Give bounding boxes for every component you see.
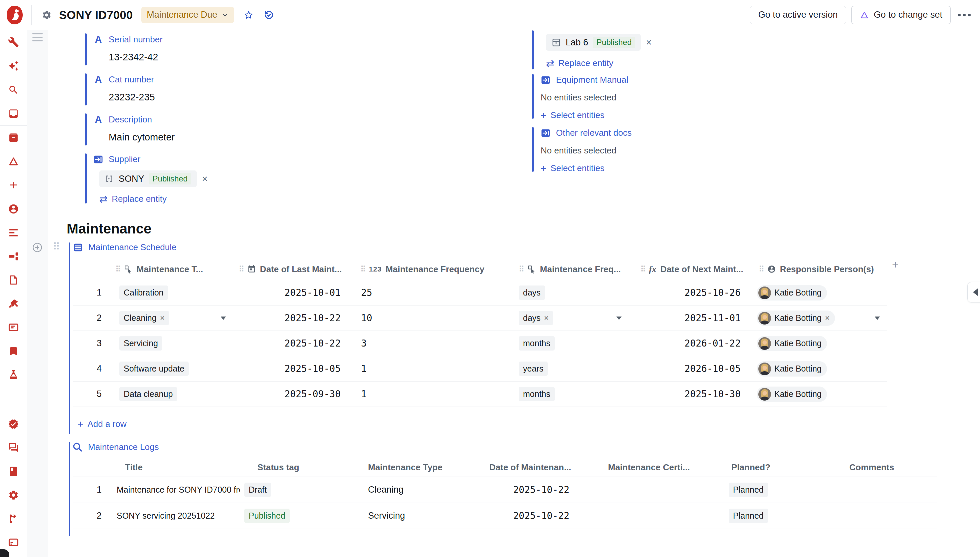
- unit-cell[interactable]: days: [513, 280, 635, 305]
- sidebar-item-bookmarks[interactable]: [0, 339, 27, 363]
- log-comments-cell[interactable]: [840, 503, 937, 529]
- log-planned-cell[interactable]: Planned: [717, 477, 840, 503]
- supplier-entity-chip[interactable]: SONY Published: [99, 171, 197, 187]
- sidebar-item-search[interactable]: [0, 78, 27, 102]
- sidebar-item-documents[interactable]: [0, 268, 27, 292]
- person-cell[interactable]: Katie Botting: [753, 331, 887, 356]
- log-date-cell[interactable]: 2025-10-22: [484, 503, 577, 529]
- log-certificate-cell[interactable]: [577, 477, 717, 503]
- log-certificate-cell[interactable]: [577, 503, 717, 529]
- person-cell[interactable]: Katie Botting: [753, 381, 887, 407]
- unit-chip[interactable]: years: [519, 362, 548, 376]
- drag-handle-icon[interactable]: ⠿: [115, 265, 120, 274]
- remove-tag-icon[interactable]: ×: [160, 313, 165, 323]
- person-cell[interactable]: Katie Botting: [753, 280, 887, 305]
- row-number[interactable]: 5: [73, 381, 110, 407]
- frequency-cell[interactable]: 3: [355, 331, 513, 356]
- log-planned-cell[interactable]: Planned: [717, 503, 840, 529]
- unit-cell[interactable]: years: [513, 356, 635, 381]
- last-date-cell[interactable]: 2025-09-30: [233, 381, 355, 407]
- next-date-cell[interactable]: 2025-10-26: [635, 280, 753, 305]
- unit-cell[interactable]: days×: [513, 306, 635, 331]
- person-pill[interactable]: Katie Botting: [757, 336, 827, 351]
- person-pill[interactable]: Katie Botting: [757, 285, 827, 301]
- last-date-cell[interactable]: 2025-10-22: [233, 306, 355, 331]
- sidebar-item-notebook[interactable]: [0, 459, 27, 483]
- col-header-responsible[interactable]: ⠿ Responsible Person(s): [753, 264, 887, 275]
- sidebar-item-messages[interactable]: [0, 436, 27, 459]
- type-chip[interactable]: Servicing: [119, 336, 162, 350]
- type-cell[interactable]: Software update: [110, 356, 233, 381]
- drag-handle-icon[interactable]: ⠿: [360, 265, 365, 274]
- col-header-date-last[interactable]: ⠿ Date of Last Maint...: [233, 264, 355, 275]
- col-header-maintenance-type[interactable]: ⠿ Maintenance T...: [110, 264, 233, 275]
- row-number[interactable]: 1: [73, 280, 110, 305]
- unit-cell[interactable]: months: [513, 381, 635, 407]
- type-cell[interactable]: Calibration: [110, 280, 233, 305]
- dropdown-caret-icon[interactable]: [617, 316, 621, 320]
- log-type-cell[interactable]: Servicing: [363, 503, 484, 529]
- col-header-title[interactable]: Title: [110, 462, 240, 472]
- remove-entity-icon[interactable]: ×: [646, 38, 652, 47]
- person-pill[interactable]: Katie Botting: [757, 386, 827, 402]
- gear-icon[interactable]: [42, 10, 52, 20]
- unit-chip[interactable]: months: [519, 336, 555, 350]
- col-header-date-next[interactable]: ⠿ fx Date of Next Maint...: [635, 264, 753, 275]
- next-date-cell[interactable]: 2026-01-22: [635, 331, 753, 356]
- add-row-circle-icon[interactable]: [32, 242, 43, 253]
- drag-handle-icon[interactable]: ⠿: [759, 265, 763, 274]
- sidebar-item-inbox[interactable]: [0, 102, 27, 125]
- sidebar-item-changes[interactable]: [0, 150, 27, 173]
- log-title-cell[interactable]: Maintenance for SONY ID7000 from: [110, 477, 240, 503]
- remove-person-icon[interactable]: ×: [825, 313, 830, 323]
- drag-handle-icon[interactable]: ⠿: [519, 265, 523, 274]
- collapse-menu-icon[interactable]: [32, 33, 43, 41]
- field-value[interactable]: 13-2342-42: [109, 52, 163, 63]
- add-column-icon[interactable]: +: [892, 259, 899, 269]
- sidebar-item-forms[interactable]: [0, 316, 27, 339]
- sidebar-item-ai[interactable]: [0, 54, 27, 78]
- select-entities-link[interactable]: + Select entities: [541, 110, 604, 121]
- logs-table-title[interactable]: Maintenance Logs: [72, 441, 159, 452]
- sidebar-item-tools[interactable]: [0, 30, 27, 54]
- drag-handle-icon[interactable]: ⠿: [640, 265, 645, 274]
- benchling-logo[interactable]: [5, 5, 24, 25]
- row-number[interactable]: 3: [73, 331, 110, 356]
- log-title-cell[interactable]: SONY servicing 20251022: [110, 503, 240, 529]
- next-date-cell[interactable]: 2025-10-30: [635, 381, 753, 407]
- next-date-cell[interactable]: 2025-11-01: [635, 306, 753, 331]
- col-header-comments[interactable]: Comments: [840, 462, 937, 472]
- replace-entity-link[interactable]: ⇄ Replace entity: [546, 58, 613, 68]
- frequency-cell[interactable]: 1: [355, 381, 513, 407]
- col-header-frequency-unit[interactable]: ⠿ Maintenance Freq...: [513, 264, 635, 275]
- person-pill[interactable]: Katie Botting: [757, 361, 827, 376]
- type-chip[interactable]: Software update: [119, 362, 189, 376]
- sidebar-item-workflows[interactable]: [0, 244, 27, 268]
- panel-expand-button[interactable]: [967, 282, 980, 303]
- row-number[interactable]: 4: [73, 356, 110, 381]
- log-type-cell[interactable]: Cleaning: [363, 477, 484, 503]
- type-cell[interactable]: Data cleanup: [110, 381, 233, 407]
- col-header-maintenance-type[interactable]: Maintenance Type: [363, 462, 484, 472]
- row-number[interactable]: 1: [73, 477, 110, 503]
- field-value[interactable]: Main cytometer: [109, 132, 175, 143]
- go-to-change-set-button[interactable]: Go to change set: [851, 6, 951, 24]
- go-to-active-version-button[interactable]: Go to active version: [750, 6, 846, 24]
- next-date-cell[interactable]: 2026-10-05: [635, 356, 753, 381]
- dropdown-caret-icon[interactable]: [221, 316, 226, 320]
- schedule-table-title[interactable]: Maintenance Schedule: [73, 242, 177, 252]
- field-value[interactable]: 23232-235: [109, 92, 155, 103]
- sidebar-item-profile[interactable]: [0, 197, 27, 221]
- frequency-cell[interactable]: 10: [355, 306, 513, 331]
- drag-handle-icon[interactable]: ⠿: [53, 241, 59, 252]
- add-row-link[interactable]: + Add a row: [78, 419, 127, 429]
- col-header-planned[interactable]: Planned?: [717, 462, 840, 472]
- sidebar-item-integrations[interactable]: [0, 507, 27, 531]
- log-comments-cell[interactable]: [840, 477, 937, 503]
- type-cell[interactable]: Servicing: [110, 331, 233, 356]
- remove-entity-icon[interactable]: ×: [202, 174, 208, 184]
- log-status-cell[interactable]: Published: [240, 503, 363, 529]
- log-date-cell[interactable]: 2025-10-22: [484, 477, 577, 503]
- sidebar-item-create[interactable]: [0, 173, 27, 197]
- frequency-cell[interactable]: 1: [355, 356, 513, 381]
